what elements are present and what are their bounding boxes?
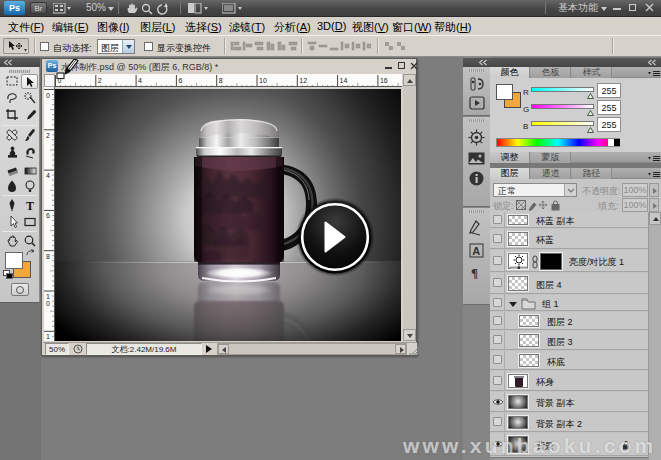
svg-text:2: 2 (46, 340, 50, 341)
svg-text:0: 0 (46, 300, 50, 307)
svg-text:4: 4 (46, 172, 50, 179)
svg-text:T: T (26, 199, 34, 213)
svg-text:A: A (472, 245, 480, 257)
svg-text:4: 4 (138, 77, 142, 84)
svg-text:16: 16 (380, 77, 388, 84)
svg-text:8: 8 (219, 77, 223, 84)
svg-text:14: 14 (340, 77, 348, 84)
svg-text:1: 1 (46, 293, 50, 300)
svg-text:¶: ¶ (471, 265, 478, 280)
svg-text:0: 0 (46, 92, 50, 99)
svg-text:6: 6 (178, 77, 182, 84)
svg-text:2: 2 (46, 132, 50, 139)
svg-text:12: 12 (299, 77, 307, 84)
svg-text:10: 10 (259, 77, 267, 84)
svg-text:8: 8 (46, 253, 50, 260)
svg-text:6: 6 (46, 212, 50, 219)
svg-text:2: 2 (98, 77, 102, 84)
svg-text:1: 1 (46, 333, 50, 340)
